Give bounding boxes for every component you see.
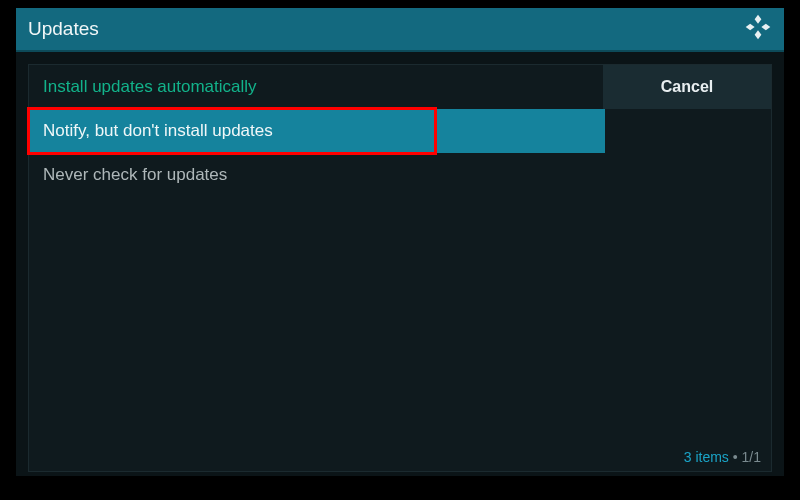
option-label: Notify, but don't install updates [43, 121, 273, 141]
titlebar: Updates [16, 8, 784, 52]
options-list: Install updates automatically Notify, bu… [29, 65, 605, 197]
dialog-title: Updates [28, 18, 744, 40]
status-bar: 3 items • 1/1 [684, 449, 761, 465]
item-count: 3 items [684, 449, 729, 465]
cancel-button[interactable]: Cancel [603, 65, 771, 109]
option-never-check[interactable]: Never check for updates [29, 153, 605, 197]
side-buttons: Cancel [603, 65, 771, 109]
button-label: Cancel [661, 78, 713, 96]
page-indicator: 1/1 [742, 449, 761, 465]
option-label: Install updates automatically [43, 77, 257, 97]
option-notify-dont-install[interactable]: Notify, but don't install updates [29, 109, 605, 153]
dialog-content: Install updates automatically Notify, bu… [28, 64, 772, 472]
kodi-logo-icon [744, 13, 772, 45]
status-separator: • [729, 449, 742, 465]
option-install-automatically[interactable]: Install updates automatically [29, 65, 605, 109]
option-label: Never check for updates [43, 165, 227, 185]
updates-dialog: Updates Install updates automatically No… [16, 8, 784, 476]
